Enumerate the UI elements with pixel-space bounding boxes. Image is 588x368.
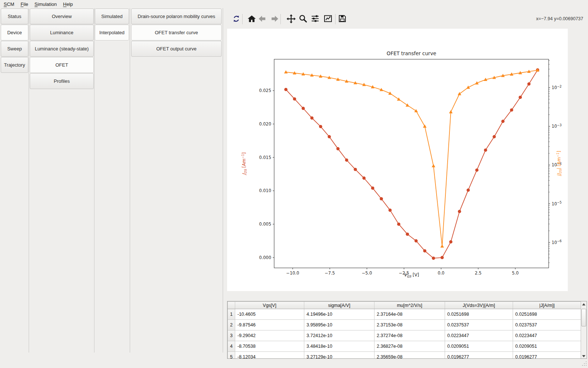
nav-device[interactable]: Device: [1, 25, 28, 40]
column-header[interactable]: Vgs[V]: [235, 302, 304, 309]
table-cell[interactable]: 3.48418e-10: [304, 341, 374, 352]
svg-text:10−5: 10−5: [552, 201, 562, 206]
back-arrow-icon: [258, 14, 266, 24]
nav-simulated[interactable]: Simulated: [95, 8, 129, 24]
jds-marker: [345, 159, 348, 162]
table-cell[interactable]: 0.0223447: [445, 330, 513, 341]
column-header[interactable]: |J[A/m]|: [513, 302, 581, 309]
menu-help[interactable]: Help: [63, 1, 73, 7]
home-icon: [247, 14, 257, 24]
transfer-curve-table: Vgs[V]sigma[A/V]mu[m^2/V/s]J(Vds=3V)[A/m…: [227, 301, 587, 359]
configure-subplots-button[interactable]: [309, 14, 320, 24]
line-chart-icon: [323, 14, 333, 24]
nav-ofet-transfer-curve[interactable]: OFET transfer curve: [131, 25, 222, 40]
corner-header[interactable]: [228, 302, 235, 309]
sliders-icon: [311, 14, 320, 24]
table-cell[interactable]: 0.0223447: [513, 330, 581, 341]
jds-marker: [501, 120, 505, 123]
column-header[interactable]: mu[m^2/V/s]: [374, 302, 445, 309]
nav-trajectory[interactable]: Trajectory: [1, 57, 28, 73]
table-cell[interactable]: -8.12034: [235, 352, 304, 359]
jds-marker: [336, 147, 340, 151]
table-row: 2-9.875463.95895e-102.37153e-080.0237537…: [228, 320, 581, 330]
scroll-down-button[interactable]: [581, 353, 587, 359]
table-cell[interactable]: 0.0209051: [513, 341, 581, 352]
table-cell[interactable]: 3.72412e-10: [304, 330, 374, 341]
nav-ofet-output-curve[interactable]: OFET output curve: [131, 41, 222, 57]
table-cell[interactable]: 0.0196277: [513, 352, 581, 359]
table-cell[interactable]: 0.0237537: [445, 320, 513, 330]
table-cell[interactable]: 0.0196277: [445, 352, 513, 359]
jds-marker: [492, 135, 496, 138]
home-button[interactable]: [246, 14, 257, 24]
jds-marker: [475, 169, 478, 172]
plot-canvas[interactable]: −10.0−7.5−5.0−2.50.02.55.00.0000.0050.01…: [227, 29, 568, 291]
row-number[interactable]: 5: [228, 352, 235, 359]
nav-luminance-steady-state[interactable]: Luminance (steady-state): [30, 41, 94, 57]
nav-profiles[interactable]: Profiles: [30, 73, 94, 89]
scrollbar-thumb[interactable]: [581, 309, 586, 326]
plot-title: OFET transfer curve: [387, 50, 436, 56]
table-header-row: Vgs[V]sigma[A/V]mu[m^2/V/s]J(Vds=3V)[A/m…: [228, 302, 581, 309]
nav-ofet[interactable]: OFET: [30, 57, 94, 73]
nav-interpolated[interactable]: Interpolated: [95, 25, 129, 40]
nav-column-source: Simulated Interpolated: [95, 8, 129, 40]
edit-axes-button[interactable]: [322, 14, 333, 24]
menu-scm[interactable]: SCM: [4, 1, 14, 7]
jds-marker: [397, 223, 401, 226]
table-cell[interactable]: 2.35659e-08: [374, 352, 445, 359]
nav-mobility-curves[interactable]: Drain-source polaron mobility curves: [131, 8, 222, 24]
nav-sweep[interactable]: Sweep: [1, 41, 28, 57]
jds-marker: [519, 96, 522, 99]
svg-text:−5.0: −5.0: [362, 270, 372, 276]
forward-arrow-icon: [270, 14, 279, 24]
table-cell[interactable]: 2.37164e-08: [374, 309, 445, 320]
table-cell[interactable]: -9.87546: [235, 320, 304, 330]
menu-bar: SCM File Simulation Help: [0, 0, 588, 8]
table-cell[interactable]: -9.29042: [235, 330, 304, 341]
nav-status[interactable]: Status: [1, 8, 28, 24]
row-number[interactable]: 4: [228, 341, 235, 352]
transfer-curve-plot[interactable]: −10.0−7.5−5.0−2.50.02.55.00.0000.0050.01…: [227, 29, 568, 291]
jds-marker: [467, 188, 470, 192]
table-cell[interactable]: 0.0251698: [445, 309, 513, 320]
zoom-button[interactable]: [297, 14, 308, 24]
magnifier-icon: [298, 14, 308, 24]
axes-box: [274, 59, 549, 268]
nav-luminance[interactable]: Luminance: [30, 25, 94, 40]
table-vertical-scrollbar[interactable]: [581, 301, 587, 359]
row-number[interactable]: 3: [228, 330, 235, 341]
table-cell[interactable]: 0.0237537: [513, 320, 581, 330]
jds-marker: [302, 107, 305, 110]
forward-button[interactable]: [269, 14, 280, 24]
column-header[interactable]: J(Vds=3V)[A/m]: [445, 302, 513, 309]
table-cell[interactable]: 3.27129e-10: [304, 352, 374, 359]
row-number[interactable]: 2: [228, 320, 235, 330]
window-resize-grip[interactable]: [581, 361, 587, 367]
svg-text:10−2: 10−2: [552, 85, 562, 91]
row-number[interactable]: 1: [228, 309, 235, 320]
table-cell[interactable]: 2.36827e-08: [374, 341, 445, 352]
table-cell[interactable]: 3.95895e-10: [304, 320, 374, 330]
x-axis-label: VGS [V]: [404, 272, 419, 278]
table-cell[interactable]: 0.0251698: [513, 309, 581, 320]
jds-marker: [449, 240, 452, 244]
refresh-button[interactable]: [231, 14, 242, 24]
table-cell[interactable]: -10.4605: [235, 309, 304, 320]
scroll-up-button[interactable]: [581, 301, 587, 307]
save-button[interactable]: [337, 14, 348, 24]
table-cell[interactable]: 2.37274e-08: [374, 330, 445, 341]
table-cell[interactable]: 0.0209051: [445, 341, 513, 352]
svg-text:10−3: 10−3: [552, 123, 562, 129]
pan-button[interactable]: [286, 14, 297, 24]
table-cell[interactable]: 2.37153e-08: [374, 320, 445, 330]
jds-marker: [310, 116, 313, 120]
menu-simulation[interactable]: Simulation: [35, 1, 57, 7]
table-cell[interactable]: 4.19496e-10: [304, 309, 374, 320]
table-cell[interactable]: -8.70538: [235, 341, 304, 352]
column-header[interactable]: sigma[A/V]: [304, 302, 374, 309]
menu-file[interactable]: File: [21, 1, 28, 7]
svg-text:5.0: 5.0: [512, 270, 519, 276]
back-button[interactable]: [257, 14, 268, 24]
nav-overview[interactable]: Overview: [30, 8, 94, 24]
